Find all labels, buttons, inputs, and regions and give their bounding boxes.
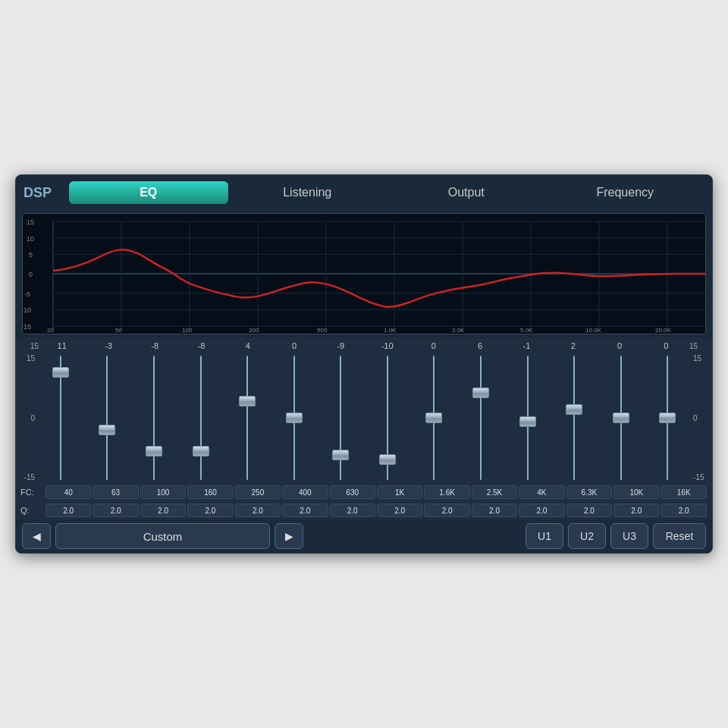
fader-thumb-2[interactable] (146, 446, 162, 457)
fader-val-7: -10 (364, 341, 410, 350)
q-cell-6[interactable]: 2.0 (330, 504, 375, 517)
u2-button[interactable]: U2 (568, 523, 606, 549)
fader-val-6: -9 (318, 341, 364, 350)
scale-15-left: 15 (19, 354, 35, 362)
fader-track-6[interactable] (340, 356, 341, 480)
fader-track-11[interactable] (573, 356, 575, 480)
fader-col-4 (224, 353, 271, 483)
svg-text:20.0K: 20.0K (655, 327, 672, 334)
q-cell-1[interactable]: 2.0 (93, 504, 138, 517)
q-cell-5[interactable]: 2.0 (282, 504, 328, 517)
scale-0-left: 0 (19, 414, 35, 422)
tab-frequency[interactable]: Frequency (546, 181, 705, 204)
fader-thumb-10[interactable] (519, 416, 536, 427)
eq-graph-svg: 15 10 5 0 -5 -10 -15 20 50 100 200 500 1… (23, 214, 705, 334)
fader-val-5: 0 (271, 341, 317, 350)
fader-col-9 (457, 353, 504, 483)
tab-listening[interactable]: Listening (228, 181, 388, 204)
fc-cell-1[interactable]: 63 (93, 485, 138, 499)
scale-m15-left: -15 (19, 473, 35, 482)
fader-val-11: 2 (550, 341, 596, 350)
q-cell-12[interactable]: 2.0 (613, 504, 659, 517)
fc-cell-3[interactable]: 160 (187, 485, 233, 499)
q-cell-13[interactable]: 2.0 (661, 504, 706, 517)
fader-track-1[interactable] (106, 356, 108, 480)
bottom-controls: ◀ Custom ▶ U1 U2 U3 Reset (16, 519, 712, 553)
fader-track-7[interactable] (387, 356, 388, 480)
q-cell-8[interactable]: 2.0 (424, 504, 469, 517)
fc-cell-11[interactable]: 6.3K (566, 485, 612, 499)
scale-0-right: 0 (693, 414, 709, 422)
fader-thumb-8[interactable] (425, 413, 442, 423)
fader-track-10[interactable] (527, 356, 529, 480)
fc-cell-9[interactable]: 2.5K (472, 485, 517, 499)
fader-val-3: -8 (178, 341, 224, 350)
fader-thumb-11[interactable] (566, 404, 582, 415)
fader-thumb-5[interactable] (286, 413, 303, 423)
u1-button[interactable]: U1 (526, 523, 563, 549)
scale-col-right: 15 0 -15 (691, 353, 709, 483)
fc-cell-7[interactable]: 1K (377, 485, 422, 499)
fader-col-10 (504, 353, 551, 483)
fc-cell-8[interactable]: 1.6K (424, 485, 469, 499)
fader-thumb-9[interactable] (472, 388, 489, 398)
fader-thumb-13[interactable] (659, 413, 676, 423)
fader-val-8: 0 (410, 341, 457, 350)
faders-section: 15 11 -3 -8 -8 4 0 -9 -10 0 6 -1 2 0 0 1… (16, 337, 712, 519)
q-cell-0[interactable]: 2.0 (46, 504, 91, 517)
fader-thumb-6[interactable] (332, 450, 349, 460)
q-cell-4[interactable]: 2.0 (235, 504, 281, 517)
fc-cell-13[interactable]: 16K (661, 485, 706, 499)
tab-eq[interactable]: EQ (69, 181, 228, 204)
tab-output[interactable]: Output (387, 181, 546, 204)
fader-thumb-3[interactable] (193, 446, 209, 457)
fader-thumb-12[interactable] (613, 413, 629, 423)
prev-button[interactable]: ◀ (22, 523, 51, 549)
fc-cell-0[interactable]: 40 (46, 485, 91, 499)
fader-col-11 (551, 353, 598, 483)
svg-text:-10: -10 (23, 306, 31, 314)
q-cell-7[interactable]: 2.0 (377, 504, 422, 517)
fader-thumb-7[interactable] (379, 454, 396, 465)
reset-button[interactable]: Reset (653, 523, 706, 549)
next-button[interactable]: ▶ (275, 523, 303, 549)
faders-row (37, 353, 691, 483)
fader-track-5[interactable] (293, 356, 295, 480)
q-cell-3[interactable]: 2.0 (187, 504, 233, 517)
svg-text:10: 10 (27, 235, 34, 243)
fc-cell-12[interactable]: 10K (613, 485, 659, 499)
q-row: Q: 2.0 2.0 2.0 2.0 2.0 2.0 2.0 2.0 2.0 2… (19, 502, 709, 519)
fader-track-0[interactable] (60, 356, 61, 480)
q-cell-9[interactable]: 2.0 (472, 504, 517, 517)
fader-val-4: 4 (224, 341, 271, 350)
u3-button[interactable]: U3 (610, 523, 648, 549)
svg-text:0: 0 (29, 271, 33, 278)
fc-label: FC: (20, 488, 45, 497)
q-cell-10[interactable]: 2.0 (519, 504, 564, 517)
svg-text:-15: -15 (23, 323, 31, 331)
fader-track-8[interactable] (433, 356, 435, 480)
fader-track-9[interactable] (480, 356, 482, 480)
fc-cell-5[interactable]: 400 (282, 485, 328, 499)
fader-track-4[interactable] (246, 356, 248, 480)
fader-thumb-0[interactable] (52, 367, 69, 378)
q-cell-2[interactable]: 2.0 (140, 504, 186, 517)
svg-text:10.0K: 10.0K (585, 327, 602, 334)
fader-track-13[interactable] (667, 356, 668, 480)
fader-col-2 (130, 353, 177, 483)
svg-text:5: 5 (29, 251, 33, 259)
fader-thumb-1[interactable] (99, 425, 115, 435)
fc-cell-2[interactable]: 100 (140, 485, 186, 499)
fader-col-0 (37, 353, 84, 483)
fc-cell-4[interactable]: 250 (235, 485, 281, 499)
fader-track-3[interactable] (200, 356, 202, 480)
scale-m15-right: -15 (693, 473, 709, 482)
fader-col-7 (364, 353, 411, 483)
preset-label-button[interactable]: Custom (55, 523, 270, 549)
fader-thumb-4[interactable] (239, 396, 256, 406)
fc-cell-6[interactable]: 630 (330, 485, 375, 499)
fader-track-2[interactable] (153, 356, 155, 480)
fader-track-12[interactable] (620, 356, 622, 480)
q-cell-11[interactable]: 2.0 (566, 504, 612, 517)
fc-cell-10[interactable]: 4K (519, 485, 564, 499)
